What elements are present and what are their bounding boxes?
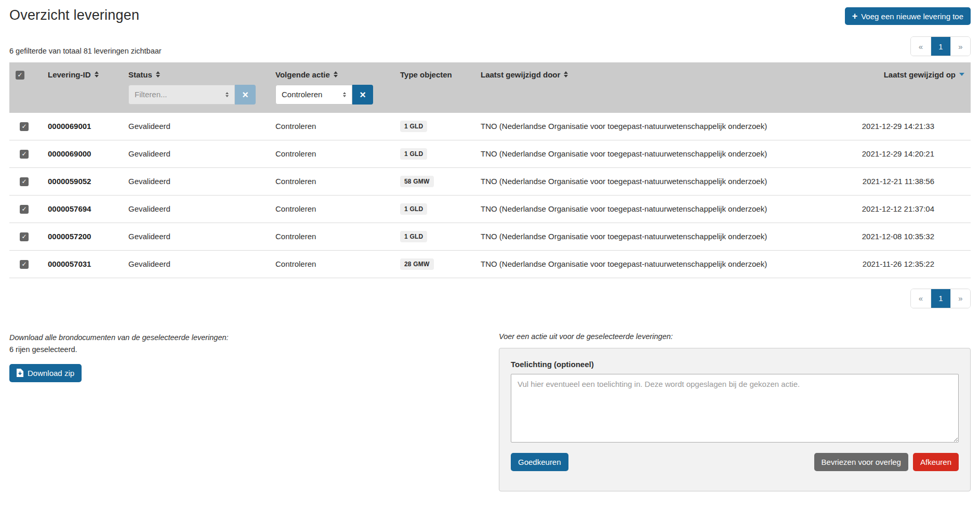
row-checkbox[interactable]: ✓ [20,205,29,214]
laatst-gewijzigd-op: 2021-12-29 14:21:33 [856,113,971,140]
laatst-gewijzigd-door: TNO (Nederlandse Organisatie voor toegep… [474,167,856,195]
row-checkbox[interactable]: ✓ [20,122,29,131]
volgende-actie-filter-value: Controleren [282,90,322,99]
action-panel: Toelichting (optioneel) Goedkeuren Bevri… [499,348,971,491]
col-header-laatst-gewijzigd-op: Laatst gewijzigd op [856,62,971,82]
goedkeuren-button[interactable]: Goedkeuren [511,453,568,471]
prev-page-button[interactable]: « [911,289,931,308]
download-file-icon [17,369,23,377]
secondary-actions: Bevriezen voor overleg Afkeuren [814,453,959,471]
col-header-levering-id: Levering-ID [42,62,122,82]
volgende-actie: Controleren [269,195,394,223]
page-title: Overzicht leveringen [9,7,139,23]
table-header: ✓ Levering-ID Status Volgende [9,62,971,113]
toelichting-textarea[interactable] [511,374,959,443]
status: Gevalideerd [122,223,269,250]
check-icon: ✓ [21,206,27,212]
sort-icon [564,71,568,77]
levering-id: 0000057694 [42,195,122,223]
next-page-button[interactable]: » [950,289,970,308]
levering-id: 0000069001 [42,113,122,140]
status: Gevalideerd [122,167,269,195]
check-icon: ✓ [21,233,27,240]
col-header-type-objecten: Type objecten [394,62,474,82]
sort-icon [95,71,99,77]
sort-levering-id[interactable]: Levering-ID [48,70,99,79]
type-objecten-badge: 1 GLD [400,203,427,215]
row-checkbox[interactable]: ✓ [20,177,29,186]
laatst-gewijzigd-door: TNO (Nederlandse Organisatie voor toegep… [474,195,856,223]
volgende-actie-filter: Controleren × [275,85,373,105]
status-filter-value: Filteren... [135,90,167,99]
selected-rows-info: 6 rijen geselecteerd. [9,345,229,354]
plus-icon: + [852,11,858,21]
overzicht-leveringen-page: Overzicht leveringen + Voeg een nieuwe l… [0,0,980,491]
col-label-status: Status [128,70,152,79]
bevriezen-button[interactable]: Bevriezen voor overleg [814,453,908,471]
volgende-actie: Controleren [269,140,394,167]
volgende-actie: Controleren [269,250,394,278]
type-objecten-badge: 1 GLD [400,121,427,132]
download-section: Download alle brondocumenten van de gese… [9,332,229,382]
table-row: ✓ 0000057694 Gevalideerd Controleren 1 G… [9,195,971,223]
header-filter-row: Filteren... × Controleren [9,82,971,113]
type-objecten-badge: 28 GMW [400,258,434,270]
col-header-volgende-actie: Volgende actie [269,62,394,82]
action-buttons: Goedkeuren Bevriezen voor overleg Afkeur… [511,453,959,471]
download-zip-button[interactable]: Download zip [9,364,82,382]
sort-laatst-gewijzigd-op[interactable]: Laatst gewijzigd op [884,70,964,79]
action-section: Voer een actie uit voor de geselecteerde… [499,332,971,491]
current-page-button[interactable]: 1 [931,37,950,56]
status: Gevalideerd [122,250,269,278]
status: Gevalideerd [122,140,269,167]
status-filter-clear-button[interactable]: × [235,85,256,105]
volgende-actie-filter-clear-button[interactable]: × [352,85,373,105]
afkeuren-button[interactable]: Afkeuren [913,453,959,471]
status-filter: Filteren... × [128,85,256,105]
current-page-button[interactable]: 1 [931,289,950,308]
type-objecten-badge: 1 GLD [400,148,427,160]
laatst-gewijzigd-door: TNO (Nederlandse Organisatie voor toegep… [474,113,856,140]
check-icon: ✓ [21,178,27,185]
table-row: ✓ 0000069001 Gevalideerd Controleren 1 G… [9,113,971,140]
download-caption: Download alle brondocumenten van de gese… [9,333,229,342]
volgende-actie-filter-cell: Controleren × [269,82,394,113]
table-body: ✓ 0000069001 Gevalideerd Controleren 1 G… [9,113,971,278]
next-page-button[interactable]: » [950,37,970,56]
sort-status[interactable]: Status [128,70,160,79]
status: Gevalideerd [122,113,269,140]
select-arrows-icon [343,92,346,97]
check-icon: ✓ [21,123,27,129]
status: Gevalideerd [122,195,269,223]
row-checkbox[interactable]: ✓ [20,232,29,241]
row-checkbox[interactable]: ✓ [20,260,29,269]
toelichting-label: Toelichting (optioneel) [511,360,959,369]
pagination-bottom: « 1 » [910,289,971,308]
add-levering-button[interactable]: + Voeg een nieuwe levering toe [845,7,971,25]
volgende-actie: Controleren [269,113,394,140]
type-objecten-badge: 58 GMW [400,176,434,187]
prev-page-button[interactable]: « [911,37,931,56]
select-arrows-icon [226,92,229,97]
status-filter-cell: Filteren... × [122,82,269,113]
col-header-status: Status [122,62,269,82]
sort-volgende-actie[interactable]: Volgende actie [275,70,338,79]
row-checkbox[interactable]: ✓ [20,150,29,159]
levering-id: 0000057031 [42,250,122,278]
action-caption: Voer een actie uit voor de geselecteerde… [499,332,971,341]
col-label-laatst-gewijzigd-door: Laatst gewijzigd door [481,70,560,79]
laatst-gewijzigd-op: 2021-12-29 14:20:21 [856,140,971,167]
levering-id: 0000069000 [42,140,122,167]
table-row: ✓ 0000059052 Gevalideerd Controleren 58 … [9,167,971,195]
volgende-actie-filter-select[interactable]: Controleren [275,85,352,105]
table-row: ✓ 0000069000 Gevalideerd Controleren 1 G… [9,140,971,167]
clear-icon: × [242,89,248,100]
clear-icon: × [360,89,366,100]
laatst-gewijzigd-op: 2021-11-26 12:35:22 [856,250,971,278]
select-all-checkbox[interactable]: ✓ [16,71,24,80]
col-label-type-objecten: Type objecten [400,70,452,79]
leveringen-table: ✓ Levering-ID Status Volgende [9,62,971,278]
pagination-bottom-row: « 1 » [9,289,971,308]
status-filter-select[interactable]: Filteren... [128,85,235,105]
sort-laatst-gewijzigd-door[interactable]: Laatst gewijzigd door [481,70,568,79]
